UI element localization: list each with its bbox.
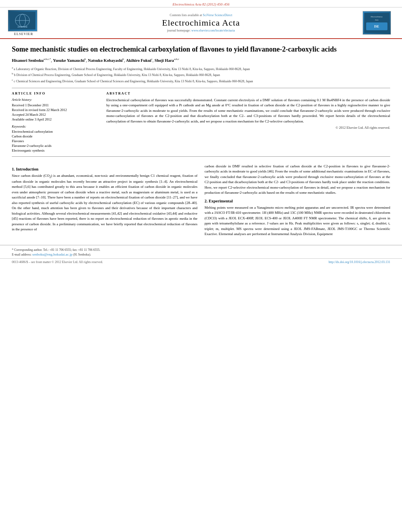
divider-2 bbox=[12, 156, 390, 157]
svg-text:Acta: Acta bbox=[374, 19, 379, 21]
intro-continued: carbon dioxide in DMF resulted in select… bbox=[205, 164, 391, 196]
journal-homepage: journal homepage: www.elsevier.com/locat… bbox=[39, 29, 363, 32]
author-yamauchi: Yusuke Yamauchi bbox=[53, 58, 85, 63]
svg-text:ELSEVIER: ELSEVIER bbox=[17, 26, 28, 28]
body-col-left: 1. Introduction Since carbon dioxide (CO… bbox=[12, 164, 198, 239]
page-wrapper: Electrochimica Acta 82 (2012) 450–456 EL… bbox=[0, 0, 402, 532]
body-col-right: carbon dioxide in DMF resulted in select… bbox=[205, 164, 391, 239]
affil-a: a a Laboratory of Organic Reaction, Divi… bbox=[12, 66, 390, 72]
affil-b: b b Division of Chemical Process Enginee… bbox=[12, 72, 390, 78]
author-senboku: Hisanori Senboku bbox=[12, 58, 44, 63]
svg-text:Electrochimica: Electrochimica bbox=[371, 16, 383, 18]
kw-3: Flavones bbox=[12, 139, 98, 143]
affiliations: a a Laboratory of Organic Reaction, Divi… bbox=[12, 66, 390, 84]
copyright-line: © 2012 Elsevier Ltd. All rights reserved… bbox=[106, 126, 390, 130]
info-abstract-section: Article info Article history: Received 1… bbox=[12, 91, 390, 153]
kw-5: Electroorganic synthesis bbox=[12, 148, 98, 152]
affil-c: c c Chemical Sciences and Engineering Di… bbox=[12, 78, 390, 84]
footnote-email: E-mail address: senboku@eng.hokudai.ac.j… bbox=[12, 252, 390, 257]
abstract-text: Electrochemical carboxylation of flavone… bbox=[106, 98, 390, 124]
elsevier-logo-box: ELSEVIER bbox=[8, 10, 37, 32]
body-content: 1. Introduction Since carbon dioxide (CO… bbox=[0, 164, 402, 245]
journal-ref: Electrochimica Acta 82 (2012) 450–456 bbox=[8, 2, 394, 6]
article-info-heading: Article info bbox=[12, 91, 98, 95]
header-center: Contents lists available at SciVerse Sci… bbox=[39, 13, 363, 32]
footnote-corresponding: * Corresponding author. Tel.: +81 11 706… bbox=[12, 248, 390, 252]
elsevier-label: ELSEVIER bbox=[8, 32, 39, 36]
abstract-heading: Abstract bbox=[106, 91, 390, 95]
intro-heading: 1. Introduction bbox=[12, 167, 198, 171]
abstract-col: Abstract Electrochemical carboxylation o… bbox=[106, 91, 390, 153]
intro-para-2: carbon dioxide in DMF resulted in select… bbox=[205, 164, 391, 196]
sciverse-link[interactable]: SciVerse ScienceDirect bbox=[203, 13, 232, 17]
accepted-date: Accepted 24 March 2012 bbox=[12, 113, 98, 117]
received-2: Received in revised form 22 March 2012 bbox=[12, 108, 98, 112]
article-title: Some mechanistic studies on electrochemi… bbox=[12, 45, 390, 54]
article-info-col: Article info Article history: Received 1… bbox=[12, 91, 98, 153]
journal-thumbnail: Electrochimica Acta ISE bbox=[363, 11, 391, 35]
kw-2: Carbon dioxide bbox=[12, 134, 98, 138]
experimental-heading: 2. Experimental bbox=[205, 199, 391, 203]
svg-text:ISE: ISE bbox=[374, 25, 379, 28]
history-label: Article history: bbox=[12, 98, 98, 102]
header-top: Electrochimica Acta 82 (2012) 450–456 bbox=[0, 0, 402, 7]
intro-text: Since carbon dioxide (CO2) is an abundan… bbox=[12, 173, 198, 232]
author-hara: Shoji Hara bbox=[155, 58, 174, 63]
keywords-section: Keywords: Electrochemical carboxylation … bbox=[12, 124, 98, 152]
received-1: Received 1 December 2011 bbox=[12, 103, 98, 107]
article-content: Some mechanistic studies on electrochemi… bbox=[0, 39, 402, 164]
intro-para-1: Since carbon dioxide (CO2) is an abundan… bbox=[12, 173, 198, 232]
authors-line: Hisanori Senbokua,b,c,*, Yusuke Yamauchi… bbox=[12, 57, 390, 63]
divider-1 bbox=[12, 88, 390, 88]
email-link[interactable]: senboku@eng.hokudai.ac.jp bbox=[32, 252, 72, 256]
experimental-para-1: Melting points were measured on a Yanagi… bbox=[205, 205, 391, 237]
header-main: ELSEVIER ELSEVIER Contents lists availab… bbox=[0, 7, 402, 39]
sciverse-line: Contents lists available at SciVerse Sci… bbox=[39, 13, 363, 17]
experimental-text: Melting points were measured on a Yanagi… bbox=[205, 205, 391, 237]
kw-1: Electrochemical carboxylation bbox=[12, 130, 98, 133]
footnote-area: * Corresponding author. Tel.: +81 11 706… bbox=[0, 245, 402, 259]
journal-title: Electrochimica Acta bbox=[39, 18, 363, 28]
keywords-label: Keywords: bbox=[12, 124, 98, 128]
homepage-link[interactable]: www.elsevier.com/locate/electacta bbox=[191, 29, 235, 32]
available-date: Available online 3 April 2012 bbox=[12, 117, 98, 121]
elsevier-logo-area: ELSEVIER ELSEVIER bbox=[8, 10, 39, 36]
header-right: Electrochimica Acta ISE bbox=[363, 11, 394, 35]
footer-doi[interactable]: http://dx.doi.org/10.1016/j.electacta.20… bbox=[329, 260, 391, 264]
kw-4: Flavanone-2-carboxylic acids bbox=[12, 144, 98, 148]
author-fukui: Akihiro Fukui bbox=[126, 58, 151, 63]
author-kobayashi: Natsuko Kobayashi bbox=[88, 58, 122, 63]
footer-bar: 0013-4686/$ – see front matter © 2012 El… bbox=[0, 258, 402, 265]
footer-issn: 0013-4686/$ – see front matter © 2012 El… bbox=[12, 260, 103, 264]
